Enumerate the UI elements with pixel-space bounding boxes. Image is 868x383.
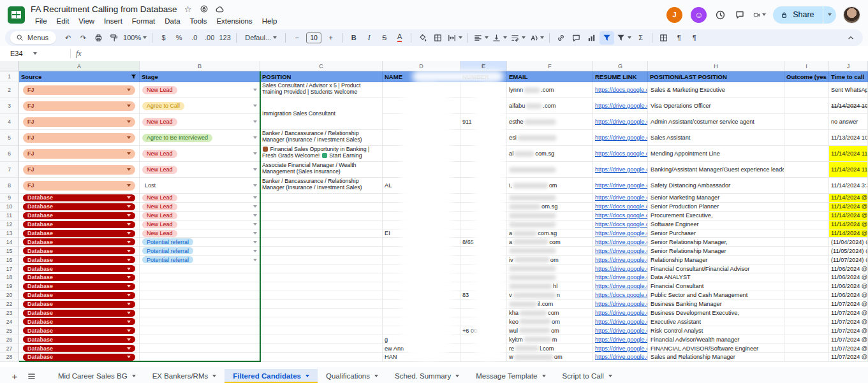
cloud-status-icon[interactable] xyxy=(215,4,225,14)
cell-B25[interactable] xyxy=(140,326,260,335)
cell-B27[interactable] xyxy=(140,344,260,353)
star-icon[interactable]: ☆ xyxy=(183,4,193,14)
header-cell-F1[interactable]: EMAIL xyxy=(507,71,593,82)
cell-H18[interactable]: Data ANALYST xyxy=(648,273,784,282)
cell-J17[interactable]: 11/06/2024 @4 xyxy=(829,264,868,273)
cell-C2[interactable]: Sales Consultant / Advisor x 5 | Product… xyxy=(260,82,383,98)
column-header-B[interactable]: B xyxy=(140,61,260,71)
cell-H16[interactable]: Relationship Manager xyxy=(648,256,784,264)
cell-G7[interactable]: https://drive.google.co xyxy=(593,162,648,178)
header-cell-G1[interactable]: RESUME LINK xyxy=(593,71,648,82)
cell-J19[interactable]: 11/06/2024 @6 xyxy=(829,282,868,291)
cell-G4[interactable]: https://drive.google.co xyxy=(593,114,648,130)
fill-color-icon[interactable] xyxy=(415,31,430,45)
cell-G12[interactable]: https://docs.google.co xyxy=(593,220,648,229)
row-header-24[interactable]: 24 xyxy=(0,317,19,326)
cell-J4[interactable]: no answer xyxy=(829,114,868,130)
currency-format-icon[interactable]: $ xyxy=(156,31,171,45)
sheet-tab-qualifications[interactable]: Qualifications xyxy=(318,369,386,383)
source-chip[interactable]: Database xyxy=(23,274,135,281)
row-header-3[interactable]: 3 xyxy=(0,98,19,114)
cell-C6[interactable]: Financial Sales Opportunity in Banking |… xyxy=(260,146,383,162)
cell-C25[interactable] xyxy=(260,326,383,335)
source-chip[interactable]: Database xyxy=(23,318,135,325)
row-header-14[interactable]: 14 xyxy=(0,238,19,247)
font-size-increase-icon[interactable]: + xyxy=(323,31,338,45)
cell-A3[interactable]: FJ xyxy=(19,98,140,114)
cell-F11[interactable] xyxy=(507,212,593,220)
header-cell-J1[interactable]: Time to call xyxy=(829,71,868,82)
cell-G5[interactable]: https://drive.google.co xyxy=(593,130,648,146)
horizontal-align-icon[interactable] xyxy=(472,31,490,45)
cell-F22[interactable]: il.com xyxy=(507,300,593,309)
source-chip[interactable]: Database xyxy=(23,256,135,263)
cell-G22[interactable]: https://drive.google.co xyxy=(593,300,648,309)
cell-C7[interactable]: Associate Financial Manager / Wealth Man… xyxy=(260,162,383,178)
cell-G2[interactable]: https://docs.google.co xyxy=(593,82,648,98)
cell-B6[interactable]: New Lead xyxy=(140,146,260,162)
cell-F12[interactable] xyxy=(507,220,593,229)
cell-F17[interactable] xyxy=(507,264,593,273)
row-header-4[interactable]: 4 xyxy=(0,114,19,130)
sheet-tab-ex-bankers-rms[interactable]: EX Bankers/RMs xyxy=(144,369,225,383)
cell-H27[interactable]: FINANCIAL ADVISOR/Software Engineer xyxy=(648,344,784,353)
cell-G27[interactable]: https://drive.google.co xyxy=(593,344,648,353)
stage-chip[interactable]: New Lead xyxy=(142,150,177,158)
column-header-H[interactable]: H xyxy=(648,61,784,71)
cell-F13[interactable]: acom.sg xyxy=(507,229,593,238)
header-cell-I1[interactable]: Outcome (yes/n xyxy=(784,71,829,82)
resume-link[interactable]: https://drive.google.co xyxy=(593,335,647,343)
cell-G28[interactable]: https://drive.google.co xyxy=(593,353,648,362)
share-button[interactable]: Share xyxy=(773,6,822,24)
create-filter-icon[interactable] xyxy=(600,31,614,45)
stage-chip[interactable]: New Lead xyxy=(142,86,177,94)
cell-F18[interactable] xyxy=(507,273,593,282)
cell-J7[interactable]: 11/14/2024 11: xyxy=(829,162,868,178)
source-chip[interactable]: Database xyxy=(23,212,135,219)
zoom-select[interactable]: 100% xyxy=(122,31,148,45)
cell-G8[interactable]: https://drive.google.co xyxy=(593,178,648,194)
cell-C10[interactable] xyxy=(260,203,383,212)
document-title[interactable]: FA Recruitment Calling from Database xyxy=(31,4,177,14)
resume-link[interactable]: https://drive.google.co xyxy=(593,114,647,129)
resume-link[interactable]: https://drive.google.co xyxy=(593,178,647,193)
insert-chart-icon[interactable] xyxy=(584,31,599,45)
cell-H13[interactable]: Senior Purchaser xyxy=(648,229,784,238)
cell-I16[interactable] xyxy=(784,256,829,264)
cell-J27[interactable]: 11/07/2024 @6 xyxy=(829,344,868,353)
cell-C27[interactable] xyxy=(260,344,383,353)
cell-G6[interactable]: https://docs.google.co xyxy=(593,146,648,162)
resume-link[interactable]: https://drive.google.co xyxy=(593,238,647,246)
cell-I2[interactable] xyxy=(784,82,829,98)
resume-link[interactable]: https://drive.google.co xyxy=(593,353,647,361)
source-chip[interactable]: Database xyxy=(23,230,135,237)
cell-J5[interactable]: 11/13/2024 10: xyxy=(829,130,868,146)
cell-C18[interactable] xyxy=(260,273,383,282)
source-chip[interactable]: Database xyxy=(23,265,135,272)
cell-H7[interactable]: Banking/Assistant Manager/Guest experien… xyxy=(648,162,784,178)
cell-B23[interactable] xyxy=(140,309,260,318)
column-header-F[interactable]: F xyxy=(507,61,593,71)
cell-F3[interactable]: aifabu.com xyxy=(507,98,593,114)
cell-H24[interactable]: Executive Assistant xyxy=(648,317,784,326)
stage-chip[interactable]: New Lead xyxy=(142,212,177,219)
print-icon[interactable] xyxy=(91,31,106,45)
insert-table-icon[interactable] xyxy=(656,31,671,45)
row-header-19[interactable]: 19 xyxy=(0,282,19,291)
cell-A17[interactable]: Database xyxy=(19,264,140,273)
cell-A27[interactable]: Database xyxy=(19,344,140,353)
cell-F6[interactable]: alcom.sg xyxy=(507,146,593,162)
cell-B26[interactable] xyxy=(140,335,260,344)
cell-F26[interactable]: kyitmm xyxy=(507,335,593,344)
cell-A22[interactable]: Database xyxy=(19,300,140,309)
source-chip[interactable]: Database xyxy=(23,283,135,290)
cell-B24[interactable] xyxy=(140,317,260,326)
row-header-20[interactable]: 20 xyxy=(0,291,19,300)
resume-link[interactable]: https://docs.google.co xyxy=(593,146,647,161)
cell-B11[interactable]: New Lead xyxy=(140,212,260,220)
decrease-decimal-icon[interactable]: .0 xyxy=(187,31,202,45)
row-header-2[interactable]: 2 xyxy=(0,82,19,98)
resume-link[interactable]: https://drive.google.co xyxy=(593,194,647,202)
sheet-tab-mid-career-sales-bg[interactable]: Mid Career Sales BG xyxy=(50,369,144,383)
cell-J2[interactable]: Sent WhatsAp xyxy=(829,82,868,98)
